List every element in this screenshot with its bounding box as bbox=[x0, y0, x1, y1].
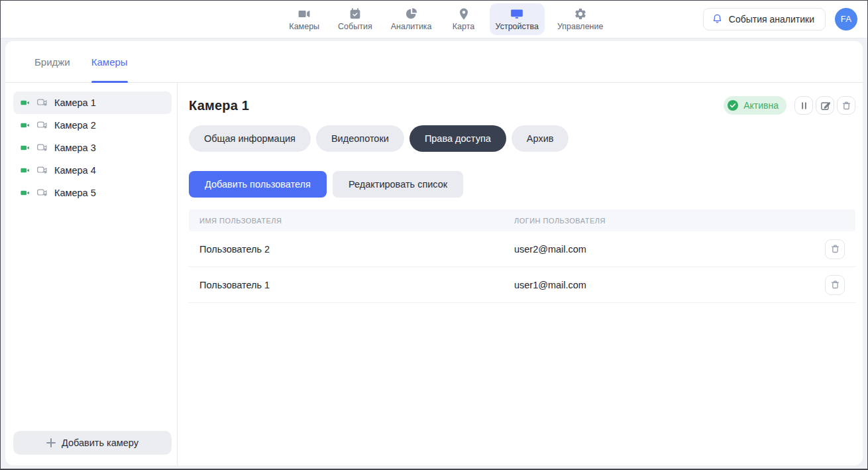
content-card: Бриджи Камеры Камера 1 Камера 2 bbox=[5, 41, 863, 465]
title-actions: Активна bbox=[724, 96, 855, 115]
tab-access-rights[interactable]: Права доступа bbox=[409, 125, 506, 152]
pause-camera-button[interactable] bbox=[794, 96, 813, 115]
row-actions bbox=[825, 275, 855, 295]
camera-name: Камера 3 bbox=[54, 143, 96, 153]
gear-icon bbox=[574, 7, 587, 21]
camera-online-icon bbox=[20, 165, 30, 176]
sidebar-spacer bbox=[5, 204, 177, 431]
avatar[interactable]: FA bbox=[835, 8, 857, 30]
title-row: Камера 1 Активна bbox=[189, 96, 855, 115]
access-actions: Добавить пользователя Редактировать спис… bbox=[189, 171, 855, 198]
status-badge: Активна bbox=[724, 96, 787, 115]
delete-user-button[interactable] bbox=[825, 239, 845, 259]
camera-type-icon bbox=[36, 97, 48, 109]
add-user-button[interactable]: Добавить пользователя bbox=[189, 171, 327, 198]
tab-archive[interactable]: Архив bbox=[512, 125, 569, 152]
column-header-login: ЛОГИН ПОЛЬЗОВАТЕЛЯ bbox=[514, 217, 825, 225]
monitor-icon bbox=[510, 7, 523, 21]
user-login: user2@mail.com bbox=[514, 244, 825, 255]
camera-name: Камера 5 bbox=[54, 188, 96, 198]
topbar-right-group: События аналитики FA bbox=[703, 8, 857, 30]
pie-chart-icon bbox=[405, 7, 418, 21]
camera-online-icon bbox=[20, 120, 30, 131]
section-tabs: Общая информация Видеопотоки Права досту… bbox=[189, 125, 855, 152]
nav-item-devices[interactable]: Устройства bbox=[490, 3, 545, 35]
add-camera-label: Добавить камеру bbox=[62, 438, 138, 448]
trash-icon bbox=[830, 280, 840, 290]
nav-label: Карта bbox=[453, 23, 474, 31]
analytics-events-button[interactable]: События аналитики bbox=[703, 8, 826, 30]
nav-item-cameras[interactable]: Камеры bbox=[283, 3, 325, 35]
delete-camera-button[interactable] bbox=[837, 96, 855, 115]
table-header: ИМЯ ПОЛЬЗОВАТЕЛЯ ЛОГИН ПОЛЬЗОВАТЕЛЯ bbox=[189, 209, 855, 231]
camera-list: Камера 1 Камера 2 Камера 3 Камера 4 bbox=[5, 91, 177, 204]
users-table: ИМЯ ПОЛЬЗОВАТЕЛЯ ЛОГИН ПОЛЬЗОВАТЕЛЯ Поль… bbox=[189, 209, 855, 303]
column-header-username: ИМЯ ПОЛЬЗОВАТЕЛЯ bbox=[189, 217, 514, 225]
camera-type-icon bbox=[36, 164, 48, 176]
device-tabs: Бриджи Камеры bbox=[5, 41, 863, 83]
camera-list-item[interactable]: Камера 2 bbox=[13, 114, 172, 137]
user-name: Пользователь 2 bbox=[189, 244, 514, 255]
camera-list-item[interactable]: Камера 5 bbox=[13, 182, 172, 204]
nav-label: Устройства bbox=[496, 23, 539, 31]
tab-bridges[interactable]: Бриджи bbox=[34, 41, 70, 82]
main-navigation: Камеры События Аналитика Карта Устройств… bbox=[190, 3, 703, 35]
nav-item-management[interactable]: Управление bbox=[551, 3, 610, 35]
nav-item-events[interactable]: События bbox=[332, 3, 378, 35]
edit-icon bbox=[820, 101, 830, 111]
card-body: Камера 1 Камера 2 Камера 3 Камера 4 bbox=[5, 83, 863, 465]
tab-general-info[interactable]: Общая информация bbox=[189, 125, 311, 152]
calendar-check-icon bbox=[349, 7, 362, 21]
camera-online-icon bbox=[20, 143, 30, 153]
check-circle-icon bbox=[727, 99, 739, 111]
analytics-events-label: События аналитики bbox=[729, 14, 814, 25]
add-camera-button[interactable]: Добавить камеру bbox=[13, 431, 172, 455]
camera-detail-panel: Камера 1 Активна bbox=[178, 83, 863, 465]
nav-label: События bbox=[338, 23, 372, 31]
tab-cameras[interactable]: Камеры bbox=[91, 41, 128, 82]
nav-item-analytics[interactable]: Аналитика bbox=[385, 3, 438, 35]
map-pin-icon bbox=[457, 7, 470, 21]
camera-type-icon bbox=[36, 187, 48, 199]
camera-sidebar: Камера 1 Камера 2 Камера 3 Камера 4 bbox=[5, 83, 178, 465]
camera-type-icon bbox=[36, 142, 48, 154]
camera-list-item[interactable]: Камера 1 bbox=[13, 91, 172, 114]
table-row: Пользователь 1 user1@mail.com bbox=[189, 267, 855, 303]
status-label: Активна bbox=[743, 100, 779, 111]
camera-name: Камера 2 bbox=[54, 120, 96, 131]
bell-icon bbox=[712, 13, 723, 25]
user-name: Пользователь 1 bbox=[189, 280, 514, 290]
table-row: Пользователь 2 user2@mail.com bbox=[189, 231, 855, 267]
edit-list-button[interactable]: Редактировать список bbox=[333, 171, 463, 198]
page-title: Камера 1 bbox=[189, 98, 249, 113]
camera-type-icon bbox=[36, 119, 48, 131]
trash-icon bbox=[841, 101, 851, 111]
tab-video-streams[interactable]: Видеопотоки bbox=[316, 125, 404, 152]
camera-list-item[interactable]: Камера 4 bbox=[13, 159, 172, 182]
video-camera-icon bbox=[298, 7, 311, 21]
user-login: user1@mail.com bbox=[514, 280, 825, 290]
nav-label: Камеры bbox=[289, 23, 319, 31]
camera-online-icon bbox=[20, 188, 30, 198]
camera-name: Камера 4 bbox=[54, 165, 96, 176]
camera-list-item[interactable]: Камера 3 bbox=[13, 137, 172, 159]
delete-user-button[interactable] bbox=[825, 275, 845, 295]
plus-icon bbox=[46, 438, 56, 447]
top-bar: Камеры События Аналитика Карта Устройств… bbox=[0, 0, 868, 38]
nav-label: Управление bbox=[557, 23, 604, 31]
nav-label: Аналитика bbox=[391, 23, 432, 31]
trash-icon bbox=[830, 244, 840, 254]
nav-item-map[interactable]: Карта bbox=[445, 3, 483, 35]
pause-icon bbox=[799, 101, 809, 111]
camera-online-icon bbox=[20, 97, 30, 108]
camera-name: Камера 1 bbox=[54, 97, 96, 108]
row-actions bbox=[825, 239, 855, 259]
edit-camera-button[interactable] bbox=[816, 96, 834, 115]
